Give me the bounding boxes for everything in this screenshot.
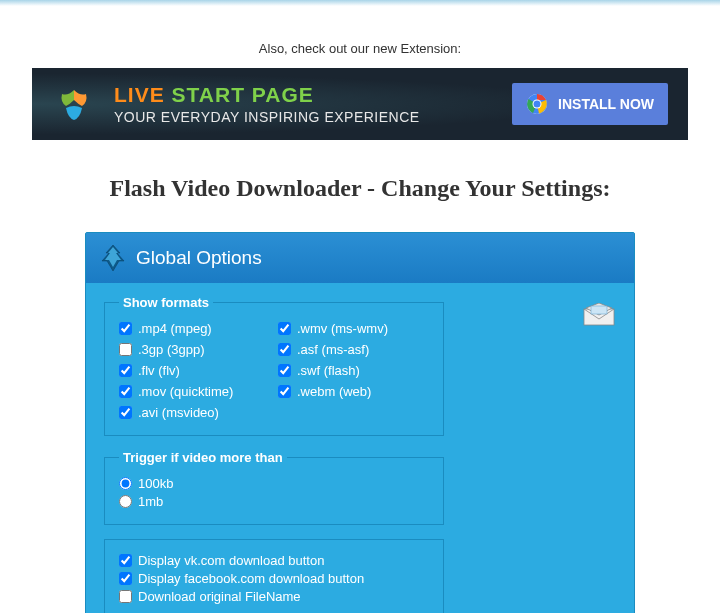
format-label: .swf (flash) <box>297 363 360 378</box>
format-item[interactable]: .flv (flv) <box>119 363 270 378</box>
format-item[interactable]: .avi (msvideo) <box>119 405 270 420</box>
format-item[interactable]: .asf (ms-asf) <box>278 342 429 357</box>
trigger-label: 100kb <box>138 476 173 491</box>
chrome-icon <box>526 93 548 115</box>
format-item[interactable]: .swf (flash) <box>278 363 429 378</box>
format-checkbox[interactable] <box>119 322 132 335</box>
format-label: .flv (flv) <box>138 363 180 378</box>
format-checkbox[interactable] <box>119 406 132 419</box>
promo-text: Also, check out our new Extension: <box>32 41 688 56</box>
format-checkbox[interactable] <box>278 343 291 356</box>
svg-point-3 <box>534 101 541 108</box>
format-label: .mov (quicktime) <box>138 384 233 399</box>
format-checkbox[interactable] <box>278 385 291 398</box>
format-label: .mp4 (mpeg) <box>138 321 212 336</box>
format-label: .wmv (ms-wmv) <box>297 321 388 336</box>
misc-checkbox[interactable] <box>119 590 132 603</box>
banner-title-rest: START PAGE <box>172 83 314 106</box>
format-checkbox[interactable] <box>119 364 132 377</box>
banner-title-live: LIVE <box>114 83 165 106</box>
misc-label: Display facebook.com download button <box>138 571 364 586</box>
trigger-item[interactable]: 100kb <box>119 476 429 491</box>
panel-header: Global Options <box>86 233 634 283</box>
banner-subtitle: YOUR EVERYDAY INSPIRING EXPERIENCE <box>114 109 512 125</box>
format-item[interactable]: .webm (web) <box>278 384 429 399</box>
envelope-icon[interactable] <box>582 303 616 327</box>
panel-body: Show formats .mp4 (mpeg).wmv (ms-wmv).3g… <box>86 283 634 613</box>
svg-rect-5 <box>591 306 607 314</box>
format-item[interactable]: .mp4 (mpeg) <box>119 321 270 336</box>
panel-title: Global Options <box>136 247 262 269</box>
format-label: .asf (ms-asf) <box>297 342 369 357</box>
live-start-page-logo-icon <box>52 82 96 126</box>
misc-item[interactable]: Display vk.com download button <box>119 553 429 568</box>
install-now-button[interactable]: INSTALL NOW <box>512 83 668 125</box>
misc-item[interactable]: Display facebook.com download button <box>119 571 429 586</box>
format-label: .avi (msvideo) <box>138 405 219 420</box>
page-title: Flash Video Downloader - Change Your Set… <box>32 175 688 202</box>
download-arrow-icon <box>100 243 126 273</box>
extension-banner[interactable]: LIVE START PAGE YOUR EVERYDAY INSPIRING … <box>32 68 688 140</box>
format-checkbox[interactable] <box>278 364 291 377</box>
settings-panel: Global Options Show formats .mp4 (mpeg).… <box>85 232 635 613</box>
format-checkbox[interactable] <box>119 385 132 398</box>
format-label: .3gp (3gpp) <box>138 342 205 357</box>
trigger-fieldset: Trigger if video more than 100kb1mb <box>104 450 444 525</box>
format-checkbox[interactable] <box>119 343 132 356</box>
trigger-item[interactable]: 1mb <box>119 494 429 509</box>
install-label: INSTALL NOW <box>558 96 654 112</box>
trigger-label: 1mb <box>138 494 163 509</box>
trigger-legend: Trigger if video more than <box>119 450 287 465</box>
misc-options-box: Display vk.com download buttonDisplay fa… <box>104 539 444 613</box>
banner-text: LIVE START PAGE YOUR EVERYDAY INSPIRING … <box>114 83 512 125</box>
misc-label: Download original FileName <box>138 589 301 604</box>
format-item[interactable]: .3gp (3gpp) <box>119 342 270 357</box>
format-item[interactable]: .mov (quicktime) <box>119 384 270 399</box>
misc-checkbox[interactable] <box>119 554 132 567</box>
format-label: .webm (web) <box>297 384 371 399</box>
trigger-radio[interactable] <box>119 495 132 508</box>
formats-legend: Show formats <box>119 295 213 310</box>
trigger-radio[interactable] <box>119 477 132 490</box>
misc-label: Display vk.com download button <box>138 553 324 568</box>
format-item[interactable]: .wmv (ms-wmv) <box>278 321 429 336</box>
banner-title: LIVE START PAGE <box>114 83 512 107</box>
misc-checkbox[interactable] <box>119 572 132 585</box>
misc-item[interactable]: Download original FileName <box>119 589 429 604</box>
show-formats-fieldset: Show formats .mp4 (mpeg).wmv (ms-wmv).3g… <box>104 295 444 436</box>
format-checkbox[interactable] <box>278 322 291 335</box>
